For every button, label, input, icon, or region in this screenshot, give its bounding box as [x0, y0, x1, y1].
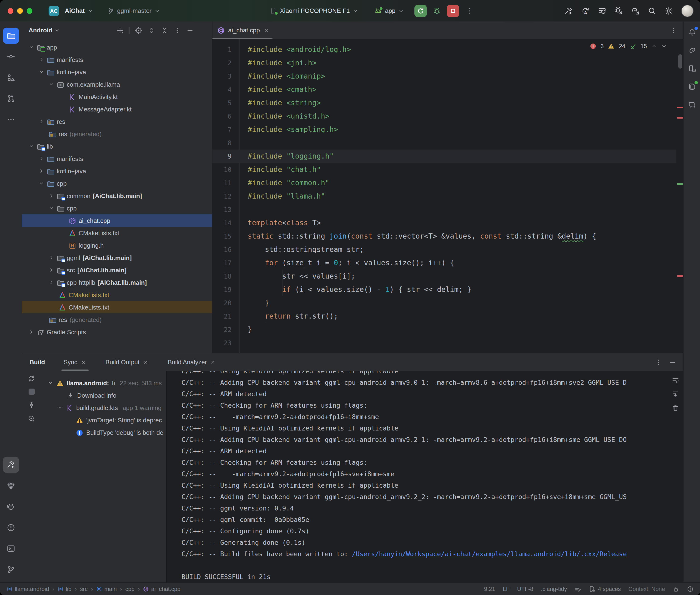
code-line[interactable]: 2#include <jni.h> — [213, 56, 676, 69]
code-line[interactable]: 4#include <cmath> — [213, 83, 676, 96]
code-line[interactable]: 15static std::string join(const std::vec… — [213, 229, 676, 243]
build-tree-item[interactable]: BuildType 'debug' is both de — [41, 426, 166, 438]
console-line[interactable]: C/C++: -- Generating done (0.1s) — [181, 537, 683, 548]
code-line[interactable]: 14template<class T> — [213, 216, 676, 229]
tree-item-mainactivity-kt[interactable]: MainActivity.kt — [22, 90, 212, 103]
build-console[interactable]: C/C++: -- Using KleidiAI optimized kerne… — [166, 371, 683, 583]
structure-tool-button[interactable] — [3, 69, 19, 86]
tree-item-cpp[interactable]: cpp — [22, 177, 212, 190]
device-selector[interactable]: Xiaomi POCOPHONE F1 — [270, 7, 359, 15]
console-line[interactable]: C/C++: -- -march=armv9.2-a+dotprod+fp16+… — [181, 411, 683, 422]
code-line[interactable]: 22} — [213, 323, 676, 336]
inspections-status-icon[interactable] — [687, 586, 694, 592]
tree-item-src[interactable]: src[AiChat.lib.main] — [22, 264, 212, 276]
gradle-tool-button[interactable] — [685, 43, 699, 58]
gemini-chat-button[interactable] — [685, 97, 699, 112]
console-line[interactable]: BUILD SUCCESSFUL in 21s — [181, 571, 683, 583]
close-tab-icon[interactable] — [143, 359, 149, 365]
editor-options-icon[interactable] — [670, 26, 677, 34]
project-tool-button[interactable] — [3, 28, 19, 44]
debug-button[interactable] — [430, 4, 443, 17]
line-ending[interactable]: LF — [503, 586, 509, 592]
tab-build-analyzer[interactable]: Build Analyzer — [162, 353, 222, 371]
code-line[interactable]: 17 for (size_t i = 0; i < values.size();… — [213, 256, 676, 270]
device-manager-button[interactable] — [685, 61, 699, 76]
problems-tool-button[interactable] — [3, 519, 19, 536]
build-tool-button[interactable] — [3, 457, 19, 473]
console-line[interactable]: C/C++: -- Build files have been written … — [181, 548, 683, 560]
refresh-icon[interactable] — [28, 375, 35, 382]
breadcrumb-item[interactable]: lib — [58, 586, 72, 592]
console-line[interactable]: C/C++: -- Configuring done (0.7s) — [181, 525, 683, 537]
build-tree-item[interactable]: 'jvmTarget: String' is deprec — [41, 414, 166, 426]
zoom-window-button[interactable] — [27, 8, 32, 13]
rerun-button[interactable] — [414, 4, 427, 17]
build-tree-item[interactable]: Download info — [41, 389, 166, 401]
tree-item-manifests[interactable]: manifests — [22, 53, 212, 66]
tree-item-gradle-scripts[interactable]: Gradle Scripts — [22, 326, 212, 338]
more-tool-windows-button[interactable] — [3, 111, 19, 128]
code-line[interactable]: 16 std::ostringstream str; — [213, 243, 676, 256]
console-line[interactable]: C/C++: -- Adding CPU backend variant ggm… — [181, 434, 683, 445]
console-line[interactable]: C/C++: -- Checking for ARM features usin… — [181, 399, 683, 411]
console-line[interactable]: C/C++: -- ARM detected — [181, 445, 683, 457]
tree-item-cmakelists-txt[interactable]: CMakeLists.txt — [22, 227, 212, 239]
build-tree-item[interactable]: build.gradle.ktsapp 1 warning — [41, 401, 166, 414]
code-line[interactable]: 5#include <string> — [213, 96, 676, 110]
code-line[interactable]: 6#include <unistd.h> — [213, 110, 676, 123]
error-stripe-mark[interactable] — [677, 107, 683, 108]
running-devices-button[interactable] — [685, 80, 699, 94]
code-line[interactable]: 8 — [213, 136, 676, 149]
apply-code-changes-icon[interactable] — [598, 6, 607, 15]
locate-file-icon[interactable] — [135, 26, 142, 34]
build-tree-item[interactable]: llama.android: fi22 sec, 583 ms — [41, 377, 166, 389]
error-stripe-mark[interactable] — [677, 117, 683, 119]
version-control-tool-button[interactable] — [3, 561, 19, 577]
logcat-tool-button[interactable] — [3, 499, 19, 515]
tree-item-ai-chat-cpp[interactable]: ai_chat.cpp — [22, 214, 212, 227]
project-view-selector[interactable]: Android — [29, 27, 52, 34]
context-indicator[interactable]: Context: None — [628, 586, 665, 592]
tree-item-cmakelists-txt[interactable]: CMakeLists.txt — [22, 289, 212, 301]
code-line[interactable]: 20 } — [213, 296, 676, 310]
hide-panel-icon[interactable] — [186, 26, 194, 34]
console-line[interactable]: C/C++: -- Using KleidiAI optimized kerne… — [181, 371, 683, 377]
notifications-button[interactable] — [685, 25, 699, 39]
collapse-all-icon[interactable] — [161, 26, 168, 34]
tree-item-com-example-llama[interactable]: com.example.llama — [22, 78, 212, 90]
run-config-selector[interactable]: app — [375, 7, 404, 15]
console-line[interactable]: C/C++: -- Adding CPU backend variant ggm… — [181, 377, 683, 388]
console-line[interactable]: C/C++: -- -march=armv9.2-a+dotprod+fp16+… — [181, 468, 683, 480]
code-line[interactable]: 12#include "llama.h" — [213, 190, 676, 203]
breadcrumb-item[interactable]: src — [80, 586, 88, 592]
commit-tool-button[interactable] — [3, 49, 19, 65]
next-problem-icon[interactable] — [661, 43, 667, 49]
user-avatar[interactable] — [681, 4, 694, 17]
code-line[interactable]: 23 — [213, 336, 676, 349]
build-files-link[interactable]: /Users/hanyin/Workspace/ai-chat/examples… — [352, 550, 627, 558]
editor-scrollbar[interactable] — [678, 54, 682, 68]
tree-item-cpp-httplib[interactable]: cpp-httplib[AiChat.lib.main] — [22, 276, 212, 289]
tree-item-common[interactable]: common[AiChat.lib.main] — [22, 190, 212, 202]
app-quality-insights-tool-button[interactable] — [3, 478, 19, 494]
code-line[interactable]: 3#include <iomanip> — [213, 69, 676, 83]
code-line[interactable]: 10#include "chat.h" — [213, 163, 676, 176]
code-line[interactable]: 21 return str.str(); — [213, 310, 676, 323]
hide-build-panel-icon[interactable] — [669, 358, 676, 366]
console-line[interactable]: C/C++: -- Using KleidiAI optimized kerne… — [181, 480, 683, 491]
build-run-icon[interactable] — [564, 6, 573, 15]
tree-item-res[interactable]: res(generated) — [22, 313, 212, 326]
code-editor[interactable]: 1#include <android/log.h>2#include <jni.… — [213, 39, 676, 353]
breadcrumb-item[interactable]: main — [96, 586, 117, 592]
prev-problem-icon[interactable] — [651, 43, 657, 49]
code-style-icon[interactable] — [575, 586, 581, 592]
tree-item-res[interactable]: res(generated) — [22, 128, 212, 140]
breadcrumb-item[interactable]: llama.android — [7, 586, 49, 592]
code-line[interactable]: 9#include "logging.h" — [213, 149, 676, 163]
breadcrumb-item[interactable]: ai_chat.cpp — [143, 586, 180, 592]
console-line[interactable]: C/C++: -- Checking for ARM features usin… — [181, 457, 683, 468]
clear-all-icon[interactable] — [672, 404, 679, 412]
close-tab-icon[interactable] — [210, 359, 216, 365]
tab-build-output[interactable]: Build Output — [99, 353, 155, 371]
settings-icon[interactable] — [665, 6, 673, 15]
